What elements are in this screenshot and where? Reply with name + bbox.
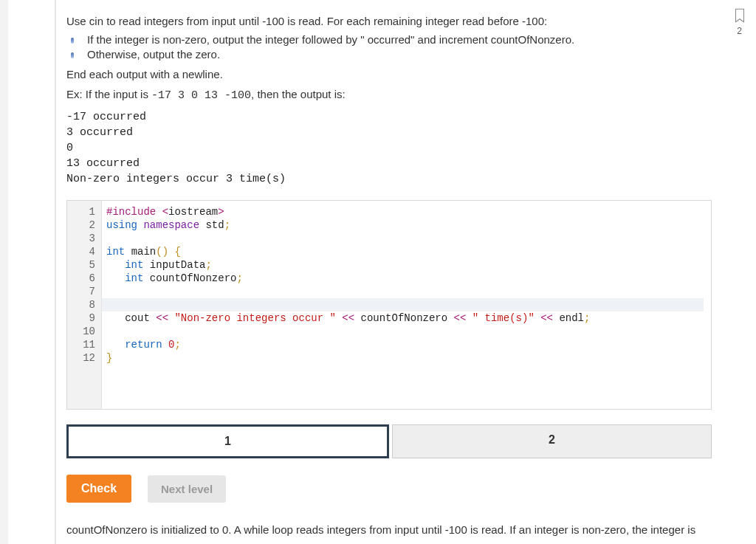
example-suffix: , then the output is: — [251, 88, 346, 100]
page-root: Use cin to read integers from input unti… — [0, 0, 756, 544]
level-tab-2[interactable]: 2 — [392, 424, 712, 458]
outer-gutter-column — [8, 0, 55, 544]
example-input: -17 3 0 13 -100 — [151, 89, 251, 102]
requirement-item: Otherwise, output the zero. — [87, 48, 712, 61]
bookmark-column: 2 — [723, 0, 756, 544]
instructions-intro: Use cin to read integers from input unti… — [66, 15, 712, 27]
instructions-end: End each output with a newline. — [66, 68, 712, 80]
check-button[interactable]: Check — [66, 475, 131, 503]
action-row: Check Next level — [66, 475, 712, 503]
example-prefix: Ex: If the input is — [66, 88, 151, 100]
code-lines[interactable]: #include <iostream> using namespace std;… — [102, 201, 711, 409]
main-column: Use cin to read integers from input unti… — [8, 0, 756, 544]
explanation-text: countOfNonzero is initialized to 0. A wh… — [66, 523, 712, 536]
content-area: Use cin to read integers from input unti… — [55, 0, 723, 544]
left-rail — [0, 0, 8, 544]
requirement-item: If the integer is non-zero, output the i… — [87, 33, 712, 46]
bookmark-icon[interactable] — [723, 7, 756, 26]
requirements-list: If the integer is non-zero, output the i… — [66, 33, 712, 61]
code-editor[interactable]: 123456789101112 #include <iostream> usin… — [66, 200, 712, 410]
line-gutter: 123456789101112 — [67, 201, 102, 409]
bookmark-count: 2 — [723, 26, 756, 36]
level-tab-1[interactable]: 1 — [66, 424, 389, 458]
example-line: Ex: If the input is -17 3 0 13 -100, the… — [66, 88, 712, 102]
next-level-button[interactable]: Next level — [148, 475, 226, 503]
level-tabs: 1 2 — [66, 424, 712, 458]
example-output: -17 occurred 3 occurred 0 13 occurred No… — [66, 109, 712, 187]
